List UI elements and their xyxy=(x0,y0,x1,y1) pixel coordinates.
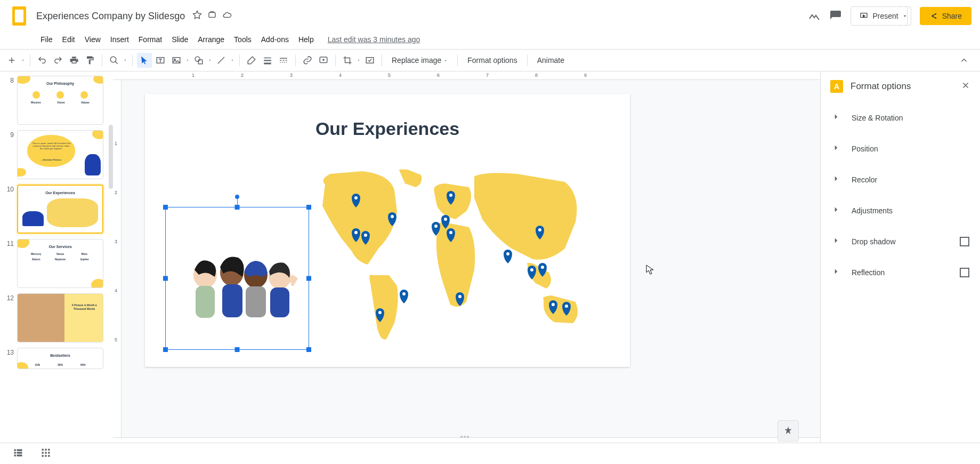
border-color-button[interactable] xyxy=(244,53,259,68)
menu-tools[interactable]: Tools xyxy=(230,33,256,46)
new-slide-dropdown[interactable] xyxy=(20,58,26,62)
reset-image-button[interactable] xyxy=(362,53,377,68)
svg-rect-51 xyxy=(17,454,22,456)
format-options-button[interactable]: Format options xyxy=(462,53,522,68)
shape-tool[interactable] xyxy=(191,53,206,68)
svg-rect-58 xyxy=(42,455,44,457)
menu-arrange[interactable]: Arrange xyxy=(193,33,229,46)
horizontal-ruler[interactable]: 1 2 3 4 5 6 7 8 9 xyxy=(113,71,820,80)
crop-dropdown[interactable] xyxy=(356,58,361,62)
border-weight-button[interactable] xyxy=(260,53,275,68)
close-icon[interactable] xyxy=(961,81,970,92)
zoom-button[interactable] xyxy=(107,53,122,68)
slide-thumb-12[interactable]: A Picture is Worth a Thousand Words xyxy=(17,293,103,342)
svg-rect-20 xyxy=(366,58,374,63)
resize-handle-se[interactable] xyxy=(306,347,311,352)
menu-file[interactable]: File xyxy=(36,33,57,46)
present-dropdown[interactable] xyxy=(899,6,911,26)
resize-handle-w[interactable] xyxy=(163,276,168,281)
panel-size-rotation[interactable]: Size & Rotation xyxy=(821,102,980,133)
paint-format-button[interactable] xyxy=(83,53,98,68)
menu-addons[interactable]: Add-ons xyxy=(257,33,293,46)
last-edit-link[interactable]: Last edit was 3 minutes ago xyxy=(328,35,420,44)
slide-thumb-10[interactable]: Our Experiences xyxy=(17,185,103,234)
filmstrip-scrollbar[interactable] xyxy=(109,125,113,189)
chevron-right-icon xyxy=(831,267,841,278)
menu-format[interactable]: Format xyxy=(134,33,166,46)
panel-reflection[interactable]: Reflection xyxy=(821,257,980,288)
move-icon[interactable] xyxy=(207,10,217,22)
svg-rect-8 xyxy=(264,58,271,59)
resize-handle-s[interactable] xyxy=(235,347,240,352)
grid-view-icon[interactable] xyxy=(41,447,51,460)
slide-canvas[interactable]: Our Experiences xyxy=(145,94,630,367)
svg-rect-49 xyxy=(17,449,22,451)
line-dropdown[interactable] xyxy=(230,58,235,62)
cloud-icon[interactable] xyxy=(222,10,232,22)
shadow-checkbox[interactable] xyxy=(960,237,969,246)
resize-handle-e[interactable] xyxy=(306,276,311,281)
panel-position[interactable]: Position xyxy=(821,133,980,164)
panel-drop-shadow[interactable]: Drop shadow xyxy=(821,226,980,257)
image-dropdown[interactable] xyxy=(185,58,190,62)
slide-thumb-11[interactable]: Our Services Mercury Venus Mars Saturn N… xyxy=(17,239,103,288)
select-tool[interactable] xyxy=(137,53,152,68)
svg-point-6 xyxy=(195,57,200,61)
comment-button[interactable] xyxy=(316,53,331,68)
border-dash-button[interactable] xyxy=(276,53,291,68)
link-button[interactable] xyxy=(300,53,315,68)
svg-point-2 xyxy=(110,57,116,62)
chevron-right-icon xyxy=(831,236,841,247)
slide-thumb-8[interactable]: Our Philosophy Mission Vision Values xyxy=(17,76,103,125)
print-button[interactable] xyxy=(67,53,82,68)
collapse-toolbar-button[interactable] xyxy=(957,53,971,68)
svg-rect-46 xyxy=(14,449,16,451)
menu-edit[interactable]: Edit xyxy=(58,33,79,46)
reflection-checkbox[interactable] xyxy=(960,268,969,277)
title-bar: Experiences Company by Slidesgo Present … xyxy=(0,0,980,32)
zoom-dropdown[interactable] xyxy=(123,58,128,62)
selected-image[interactable] xyxy=(165,207,309,350)
slide-thumb-13[interactable]: Bestsellers 15% 30% 55% xyxy=(17,348,103,369)
resize-handle-ne[interactable] xyxy=(306,205,311,210)
world-map[interactable] xyxy=(314,169,586,350)
line-tool[interactable] xyxy=(214,53,229,68)
shape-dropdown[interactable] xyxy=(207,58,213,62)
svg-rect-16 xyxy=(282,62,283,63)
explore-button[interactable] xyxy=(777,420,799,442)
slide-number: 10 xyxy=(6,185,17,193)
menu-help[interactable]: Help xyxy=(294,33,318,46)
slide-thumb-9[interactable]: "This is a quote, words full of wisdom t… xyxy=(17,130,103,179)
crop-button[interactable] xyxy=(340,53,355,68)
rotation-handle[interactable] xyxy=(235,195,239,199)
undo-button[interactable] xyxy=(35,53,50,68)
svg-rect-48 xyxy=(14,454,16,456)
panel-adjustments[interactable]: Adjustments xyxy=(821,195,980,226)
star-icon[interactable] xyxy=(192,10,202,22)
comments-icon[interactable] xyxy=(829,10,842,22)
resize-handle-sw[interactable] xyxy=(163,347,168,352)
panel-recolor[interactable]: Recolor xyxy=(821,164,980,195)
filmstrip-view-icon[interactable] xyxy=(13,447,23,460)
chevron-right-icon xyxy=(831,205,841,217)
redo-button[interactable] xyxy=(51,53,66,68)
image-tool[interactable] xyxy=(169,53,184,68)
slide-title-text[interactable]: Our Experiences xyxy=(145,118,630,139)
textbox-tool[interactable] xyxy=(153,53,168,68)
slide-filmstrip[interactable]: 8 Our Philosophy Mission Vision Values 9 xyxy=(0,71,113,464)
resize-handle-n[interactable] xyxy=(235,205,240,210)
animate-button[interactable]: Animate xyxy=(532,53,570,68)
menu-view[interactable]: View xyxy=(80,33,105,46)
notes-resize-handle[interactable] xyxy=(460,436,473,439)
menu-slide[interactable]: Slide xyxy=(167,33,192,46)
document-title[interactable]: Experiences Company by Slidesgo xyxy=(36,11,185,22)
activity-icon[interactable] xyxy=(808,10,821,22)
new-slide-button[interactable] xyxy=(4,53,19,68)
app-logo[interactable] xyxy=(9,5,30,27)
share-button[interactable]: Share xyxy=(920,7,971,25)
menu-insert[interactable]: Insert xyxy=(106,33,133,46)
replace-image-button[interactable]: Replace image xyxy=(386,53,453,68)
resize-handle-nw[interactable] xyxy=(163,205,168,210)
svg-point-26 xyxy=(378,311,382,314)
present-label: Present xyxy=(872,12,898,20)
